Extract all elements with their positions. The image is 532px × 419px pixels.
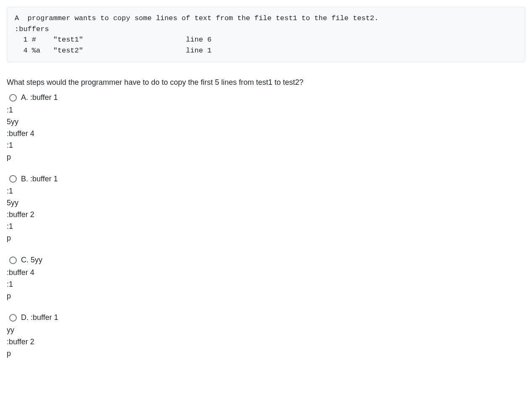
option-b-rest: :1 5yy :buffer 2 :1 p: [7, 186, 525, 244]
option-a-first-line: A. :buffer 1: [21, 92, 58, 104]
option-a: A. :buffer 1 :1 5yy :buffer 4 :1 p: [7, 92, 525, 163]
option-c-rest: :buffer 4 :1 p: [7, 267, 525, 302]
option-c-first-line: C. 5yy: [21, 254, 42, 266]
option-b-first-line: B. :buffer 1: [21, 173, 58, 185]
radio-d[interactable]: [9, 314, 17, 322]
option-a-rest: :1 5yy :buffer 4 :1 p: [7, 105, 525, 163]
option-d-first-line: D. :buffer 1: [21, 312, 58, 324]
option-c: C. 5yy :buffer 4 :1 p: [7, 254, 525, 302]
options-list: A. :buffer 1 :1 5yy :buffer 4 :1 p B. :b…: [7, 92, 525, 360]
option-d-rest: yy :buffer 2 p: [7, 325, 525, 360]
radio-a[interactable]: [9, 94, 17, 102]
option-d: D. :buffer 1 yy :buffer 2 p: [7, 312, 525, 360]
radio-b[interactable]: [9, 175, 17, 183]
question-text: What steps would the programmer have to …: [7, 77, 525, 88]
option-b: B. :buffer 1 :1 5yy :buffer 2 :1 p: [7, 173, 525, 244]
code-block: A programmer wants to copy some lines of…: [7, 7, 525, 62]
radio-c[interactable]: [9, 257, 17, 264]
